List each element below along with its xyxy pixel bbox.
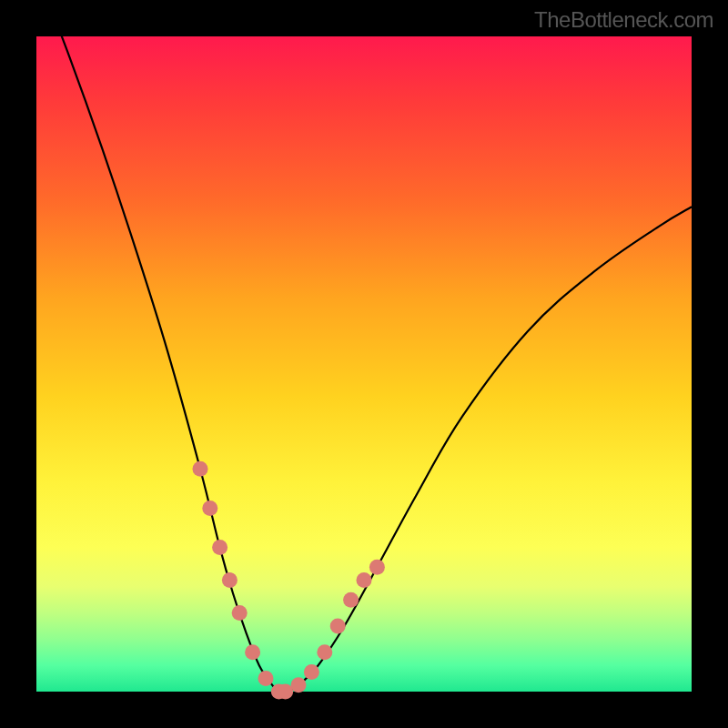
highlight-dot xyxy=(369,560,385,575)
curve-path xyxy=(36,0,692,693)
highlight-dot xyxy=(212,540,228,555)
highlight-dot xyxy=(193,461,208,477)
highlight-dot xyxy=(343,592,359,608)
highlight-dots xyxy=(193,461,385,700)
highlight-dot xyxy=(357,572,372,588)
highlight-dot xyxy=(222,572,238,588)
highlight-dot xyxy=(278,684,293,700)
highlight-dot xyxy=(202,500,217,516)
highlight-dot xyxy=(232,605,248,621)
highlight-dot xyxy=(304,664,319,680)
curve-layer xyxy=(36,36,692,692)
highlight-dot xyxy=(258,671,274,686)
highlight-dot xyxy=(291,677,307,693)
highlight-dot xyxy=(330,619,346,634)
highlight-dot xyxy=(317,644,332,660)
highlight-dot xyxy=(245,644,260,660)
chart-frame: TheBottleneck.com xyxy=(0,0,728,728)
bottleneck-curve xyxy=(36,0,692,693)
plot-area xyxy=(36,36,692,692)
attribution-text: TheBottleneck.com xyxy=(534,7,713,33)
